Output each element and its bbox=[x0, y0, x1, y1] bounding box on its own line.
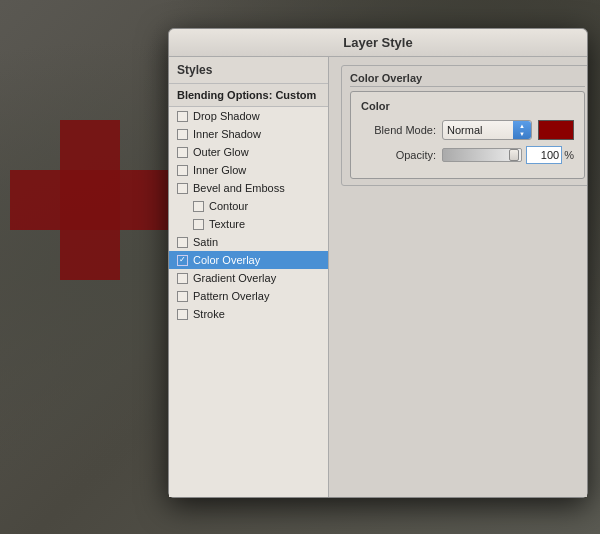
blend-mode-row: Blend Mode: Normal bbox=[361, 120, 574, 140]
cross-horizontal bbox=[10, 170, 170, 230]
checkbox-texture[interactable] bbox=[193, 219, 204, 230]
label-inner-glow: Inner Glow bbox=[193, 164, 246, 176]
opacity-slider[interactable] bbox=[442, 148, 522, 162]
label-pattern-overlay: Pattern Overlay bbox=[193, 290, 269, 302]
opacity-input[interactable] bbox=[526, 146, 562, 164]
label-color-overlay: Color Overlay bbox=[193, 254, 260, 266]
blend-mode-select[interactable]: Normal bbox=[442, 120, 532, 140]
style-item-gradient-overlay[interactable]: Gradient Overlay bbox=[169, 269, 328, 287]
style-item-inner-shadow[interactable]: Inner Shadow bbox=[169, 125, 328, 143]
opacity-label: Opacity: bbox=[361, 149, 436, 161]
checkbox-gradient-overlay[interactable] bbox=[177, 273, 188, 284]
styles-header[interactable]: Styles bbox=[169, 57, 328, 84]
color-overlay-section-title: Color Overlay bbox=[350, 72, 585, 87]
opacity-slider-thumb[interactable] bbox=[509, 149, 519, 161]
label-gradient-overlay: Gradient Overlay bbox=[193, 272, 276, 284]
dialog-title: Layer Style bbox=[343, 35, 412, 50]
styles-panel: Styles Blending Options: Custom Drop Sha… bbox=[169, 57, 329, 497]
label-stroke: Stroke bbox=[193, 308, 225, 320]
style-item-contour[interactable]: Contour bbox=[169, 197, 328, 215]
blend-mode-dropdown-arrow[interactable] bbox=[513, 121, 531, 139]
style-item-pattern-overlay[interactable]: Pattern Overlay bbox=[169, 287, 328, 305]
style-item-satin[interactable]: Satin bbox=[169, 233, 328, 251]
layer-style-dialog: Layer Style Styles Blending Options: Cus… bbox=[168, 28, 588, 498]
checkbox-stroke[interactable] bbox=[177, 309, 188, 320]
opacity-row: Opacity: % bbox=[361, 146, 574, 164]
checkbox-bevel-emboss[interactable] bbox=[177, 183, 188, 194]
color-swatch[interactable] bbox=[538, 120, 574, 140]
label-texture: Texture bbox=[209, 218, 245, 230]
style-item-bevel-emboss[interactable]: Bevel and Emboss bbox=[169, 179, 328, 197]
style-item-outer-glow[interactable]: Outer Glow bbox=[169, 143, 328, 161]
label-drop-shadow: Drop Shadow bbox=[193, 110, 260, 122]
dialog-titlebar: Layer Style bbox=[169, 29, 587, 57]
style-item-texture[interactable]: Texture bbox=[169, 215, 328, 233]
style-item-drop-shadow[interactable]: Drop Shadow bbox=[169, 107, 328, 125]
blending-options-item[interactable]: Blending Options: Custom bbox=[169, 84, 328, 107]
label-bevel-emboss: Bevel and Emboss bbox=[193, 182, 285, 194]
style-item-color-overlay[interactable]: Color Overlay bbox=[169, 251, 328, 269]
style-item-inner-glow[interactable]: Inner Glow bbox=[169, 161, 328, 179]
checkbox-contour[interactable] bbox=[193, 201, 204, 212]
checkbox-pattern-overlay[interactable] bbox=[177, 291, 188, 302]
checkbox-inner-glow[interactable] bbox=[177, 165, 188, 176]
settings-panel: Color Overlay Color Blend Mode: Normal bbox=[329, 57, 587, 497]
opacity-percent: % bbox=[564, 149, 574, 161]
dialog-body: Styles Blending Options: Custom Drop Sha… bbox=[169, 57, 587, 497]
label-outer-glow: Outer Glow bbox=[193, 146, 249, 158]
style-item-stroke[interactable]: Stroke bbox=[169, 305, 328, 323]
label-satin: Satin bbox=[193, 236, 218, 248]
checkbox-inner-shadow[interactable] bbox=[177, 129, 188, 140]
checkbox-color-overlay[interactable] bbox=[177, 255, 188, 266]
color-section-title: Color bbox=[361, 100, 574, 112]
checkbox-outer-glow[interactable] bbox=[177, 147, 188, 158]
blend-mode-label: Blend Mode: bbox=[361, 124, 436, 136]
checkbox-satin[interactable] bbox=[177, 237, 188, 248]
red-cross bbox=[10, 120, 170, 280]
label-contour: Contour bbox=[209, 200, 248, 212]
checkbox-drop-shadow[interactable] bbox=[177, 111, 188, 122]
label-inner-shadow: Inner Shadow bbox=[193, 128, 261, 140]
